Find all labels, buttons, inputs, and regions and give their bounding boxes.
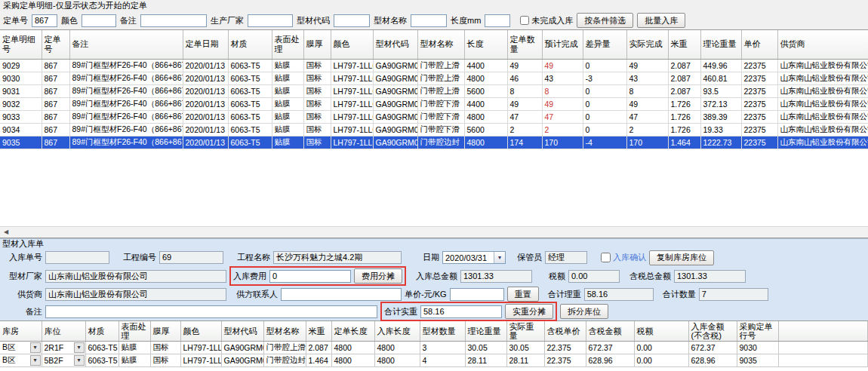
order-cell: 22375	[741, 136, 777, 149]
split-location-button[interactable]: 拆分库位	[560, 304, 608, 319]
warehouse-cell: 4800	[331, 354, 374, 367]
column-header[interactable]: 差异量	[583, 30, 626, 59]
column-header[interactable]: 理论重量	[700, 30, 741, 59]
order-row[interactable]: 903386789#门框型材F26-F40（866+867）2020/01/13…	[0, 110, 868, 123]
column-header[interactable]: 入库金额(不含税)	[688, 321, 737, 342]
order-cell: GA90GRM03	[373, 59, 417, 72]
filter-by-condition-button[interactable]: 按条件筛选	[577, 13, 633, 28]
order-cell: 4800	[464, 72, 507, 84]
warehouse-row[interactable]: B区▾5B2F▾6063-T5贴膜国标LH797-1LL0GA90GRM05门带…	[0, 354, 868, 367]
tax-label: 税额	[535, 271, 565, 282]
column-header[interactable]: 含税金额	[586, 321, 634, 342]
order-cell: 贴膜	[272, 97, 303, 110]
scroll-left-arrow-icon[interactable]: ◀	[0, 227, 12, 238]
warehouse-cell[interactable]: 5B2F▾	[42, 354, 85, 367]
dropdown-arrow-icon[interactable]: ▾	[30, 342, 41, 353]
order-row[interactable]: 903186789#门框型材F26-F40（866+867）2020/01/13…	[0, 84, 868, 97]
unfinished-checkbox[interactable]	[520, 16, 529, 25]
column-header[interactable]: 单价	[741, 30, 777, 59]
column-header[interactable]: 定单日期	[183, 30, 228, 59]
warehouse-cell: GA90GRM05	[221, 354, 263, 367]
column-header[interactable]: 供货商	[777, 30, 868, 59]
order-row[interactable]: 903086789#门框型材F26-F40（866+867）2020/01/13…	[0, 72, 868, 84]
column-header[interactable]: 定单数量	[507, 30, 542, 59]
column-header[interactable]: 税额	[634, 321, 688, 342]
column-header[interactable]: 材质	[228, 30, 272, 59]
column-header[interactable]: 颜色	[180, 321, 221, 342]
column-header[interactable]: 长度	[464, 30, 507, 59]
order-cell: 山东南山铝业股份有限公司	[777, 84, 868, 97]
theo-weight-label: 合计理重	[542, 289, 581, 300]
column-header[interactable]: 定单长度	[331, 321, 374, 342]
inbound-remark-input[interactable]	[45, 305, 377, 318]
order-row[interactable]: 903586789#门框型材F26-F40（866+867）2020/01/13…	[0, 136, 868, 149]
column-header[interactable]: 备注	[69, 30, 183, 59]
column-header[interactable]: 米重	[668, 30, 700, 59]
actual-weight-input[interactable]	[420, 305, 502, 318]
column-header[interactable]: 型材代码	[221, 321, 263, 342]
column-header[interactable]: 型材名称	[263, 321, 306, 342]
horizontal-scrollbar[interactable]: ◀	[0, 226, 868, 238]
fee-input[interactable]	[269, 270, 351, 283]
column-header[interactable]: 颜色	[331, 30, 373, 59]
batch-inbound-button[interactable]: 批量入库	[637, 13, 685, 28]
length-input[interactable]	[485, 14, 510, 27]
order-cell: 49	[626, 59, 668, 72]
column-header[interactable]: 型材代码	[373, 30, 417, 59]
column-header[interactable]: 定单号	[42, 30, 69, 59]
column-header[interactable]: 预计完成	[542, 30, 583, 59]
warehouse-row[interactable]: B区▾2R1F▾6063-T5贴膜国标LH797-1LL0GA90GRM03门带…	[0, 342, 868, 354]
warehouse-table: 库房库位材质表面处理膜厚颜色型材代码型材名称米重定单长度入库长度型材数量理论重量…	[0, 321, 868, 367]
profile-name-input[interactable]	[411, 14, 447, 27]
remark-input[interactable]	[140, 14, 207, 27]
order-row[interactable]: 903286789#门框型材F26-F40（866+867）2020/01/13…	[0, 97, 868, 110]
dropdown-arrow-icon[interactable]: ▾	[74, 342, 85, 353]
fee-share-button[interactable]: 费用分摊	[354, 268, 402, 284]
order-row[interactable]: 902986789#门框型材F26-F40（866+867）2020/01/13…	[0, 59, 868, 72]
column-header[interactable]: 实际重量	[506, 321, 544, 342]
column-header[interactable]: 型材数量	[420, 321, 465, 342]
reset-button[interactable]: 重置	[507, 287, 539, 302]
column-header[interactable]: 入库长度	[374, 321, 420, 342]
weight-share-button[interactable]: 实重分摊	[505, 304, 553, 319]
warehouse-cell: 4800	[331, 342, 374, 354]
order-cell: GA90GRM03	[373, 72, 417, 84]
column-header[interactable]: 膜厚	[150, 321, 180, 342]
order-cell: 门带腔上滑	[417, 84, 464, 97]
warehouse-cell[interactable]: B区▾	[0, 342, 42, 354]
order-cell: 47	[542, 110, 583, 123]
column-header[interactable]: 库房	[0, 321, 42, 342]
dropdown-arrow-icon[interactable]: ▾	[74, 355, 85, 366]
color-input[interactable]	[82, 14, 116, 27]
order-cell: GA90GRM05	[373, 136, 417, 149]
column-header[interactable]: 表面处理	[119, 321, 150, 342]
column-header[interactable]: 材质	[85, 321, 119, 342]
date-label: 日期	[412, 252, 439, 263]
order-no-input[interactable]	[32, 14, 57, 27]
column-header[interactable]: 实际完成	[626, 30, 668, 59]
warehouse-cell-filler	[778, 342, 868, 354]
manufacturer-input[interactable]	[248, 14, 293, 27]
supplier-contact-input[interactable]	[281, 288, 402, 301]
column-header[interactable]: 膜厚	[303, 30, 331, 59]
column-header[interactable]: 型材名称	[417, 30, 464, 59]
column-header[interactable]: 米重	[306, 321, 331, 342]
column-header[interactable]: 定单明细号	[0, 30, 42, 59]
date-dropdown-icon[interactable]: ▾	[494, 252, 505, 263]
column-header[interactable]: 采购定单行号	[737, 321, 778, 342]
warehouse-cell[interactable]: 2R1F▾	[42, 342, 85, 354]
column-header[interactable]: 理论重量	[465, 321, 506, 342]
warehouse-cell: 9030	[737, 342, 778, 354]
unit-price-input[interactable]	[450, 288, 504, 301]
column-header[interactable]: 表面处理	[272, 30, 303, 59]
warehouse-cell[interactable]: B区▾	[0, 354, 42, 367]
profile-code-input[interactable]	[334, 14, 370, 27]
inbound-confirm-checkbox[interactable]	[601, 253, 611, 262]
date-input[interactable]: 2020/03/31 ▾	[442, 251, 506, 264]
column-header[interactable]: 库位	[42, 321, 85, 342]
order-cell: 山东南山铝业股份有限公司	[777, 110, 868, 123]
dropdown-arrow-icon[interactable]: ▾	[30, 355, 41, 366]
order-row[interactable]: 903486789#门框型材F26-F40（866+867）2020/01/13…	[0, 123, 868, 136]
column-header[interactable]: 含税单价	[544, 321, 586, 342]
copy-warehouse-location-button[interactable]: 复制库房库位	[649, 250, 714, 265]
